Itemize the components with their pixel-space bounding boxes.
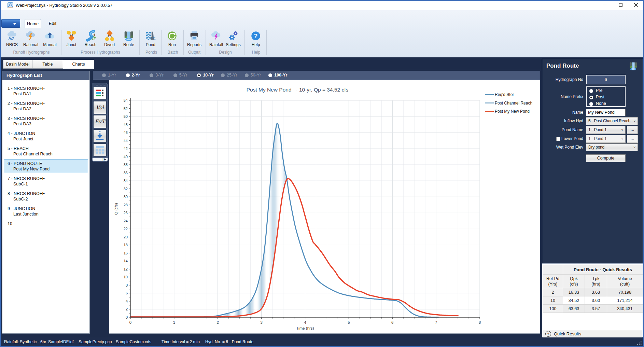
ribbon-button-rainfall[interactable]: Rainfall [207, 30, 226, 51]
hydrograph-list-item-8[interactable]: 8 - NRCS RUNOFFSubC-2 [4, 189, 88, 203]
x-tick-label: 5 [348, 320, 350, 324]
hydrograph-item-title: 5 - REACH [8, 146, 88, 151]
ribbon-button-reports[interactable]: Reports [185, 30, 204, 51]
column-header: Ret Pd(Yrs) [543, 275, 563, 288]
y-tick-label: 32 [124, 187, 128, 191]
hydrograph-list-item-7[interactable]: 7 - NRCS RUNOFFSubC-1 [4, 174, 88, 188]
y-tick-label: 42 [124, 147, 128, 151]
y-tick-label: 40 [124, 155, 128, 159]
hydrograph-list-item-2[interactable]: 2 - NRCS RUNOFFPost DA2 [4, 99, 88, 113]
hydrograph-list-item-9[interactable]: 9 - JUNCTIONLast Junction [4, 204, 88, 218]
quick-results-title-row: Pond Route - Quick Results [543, 265, 643, 275]
resize-grip-icon[interactable] [637, 341, 642, 346]
x-tick-label: 4 [304, 320, 306, 324]
ribbon-tab-edit[interactable]: Edit [44, 19, 61, 28]
ribbon-button-divert[interactable]: Divert [100, 30, 119, 51]
close-button[interactable] [628, 1, 644, 10]
app-menu-button[interactable] [1, 19, 20, 28]
hydrograph-item-title: 6 - POND ROUTE [8, 161, 88, 166]
radio-dot-icon [198, 74, 200, 76]
minimize-icon [603, 3, 607, 7]
ribbon-group-separator [61, 30, 61, 55]
minimize-button[interactable] [598, 1, 613, 10]
toolbar-expander[interactable]: ❙▶ [92, 157, 108, 162]
y-tick-label: 2 [126, 307, 128, 311]
ribbon-button-help[interactable]: ?Help [246, 30, 265, 51]
ribbon-button-label: Divert [100, 42, 119, 47]
hydrograph-list-item-3[interactable]: 3 - NRCS RUNOFFPost DA3 [4, 114, 88, 128]
legend-icon [94, 87, 106, 99]
ribbon-button-label: Rainfall [207, 42, 226, 47]
y-tick-label: 14 [124, 259, 128, 263]
y-tick-label: 10 [124, 275, 128, 279]
ribbon-group-label: Help [229, 50, 283, 55]
hydrograph-list-item-4[interactable]: 4 - JUNCTIONPost Junct [4, 129, 88, 143]
column-header: Volume(cuft) [607, 275, 643, 288]
hydrograph-list-item-1[interactable]: 1 - NRCS RUNOFFPost DA1 [4, 84, 88, 98]
name-input[interactable]: My New Pond [586, 109, 626, 116]
chart-toolbar-legend-button[interactable] [93, 87, 107, 100]
quick-results-footer[interactable]: ˅ Quick Results [543, 330, 642, 337]
lower-pond-more-button[interactable]: ... [627, 135, 638, 143]
qpk-cell: 16.33 [563, 288, 585, 296]
divert-icon [104, 30, 115, 42]
hydrograph-list-item-10[interactable]: 10 - [4, 219, 88, 233]
chart-toolbar-evt-button[interactable]: EvT [93, 115, 107, 128]
quick-results-row-2[interactable]: 216.333.6370,198 [543, 288, 643, 296]
radio-dot-icon [590, 97, 592, 98]
name-prefix-option-label: Pre [596, 87, 602, 94]
quick-results-row-10[interactable]: 1034.523.60171,214 [543, 296, 643, 305]
quick-results-header-row: Ret Pd(Yrs)Qpk(cfs)Tpk(hrs)Volume(cuft) [543, 275, 643, 288]
ribbon-button-rational[interactable]: Rational [21, 30, 40, 51]
hydrograph-list-item-5[interactable]: 5 - REACHPost Channel Reach [4, 144, 88, 158]
ribbon-button-run[interactable]: Run [163, 30, 182, 51]
ribbon-tab-home[interactable]: Home [25, 19, 41, 28]
ribbon-button-nrcs[interactable]: NRCS [2, 30, 22, 51]
ribbon-button-junct[interactable]: Junct [62, 30, 81, 51]
ribbon-button-settings[interactable]: Settings [224, 30, 243, 51]
x-tick-label: 6 [391, 320, 393, 324]
hydrograph-item-title: 10 - [8, 221, 88, 226]
wet-pond-elev-dropdown[interactable]: Dry pond˅ [586, 143, 638, 151]
hydrograph-no-field[interactable]: 6 [586, 75, 626, 84]
chart-toolbar-export-button[interactable] [93, 129, 107, 142]
close-icon [634, 3, 638, 7]
radio-icon [150, 73, 153, 77]
hydrograph-item-title: 7 - NRCS RUNOFF [8, 176, 88, 181]
y-tick-label: 4 [126, 299, 128, 303]
river-icon [85, 30, 96, 42]
lower-pond-checkbox[interactable] [556, 137, 560, 141]
tab-basin-model[interactable]: Basin Model [3, 60, 32, 69]
drag-handle-icon[interactable] [94, 84, 106, 86]
hydrograph-item-name: SubC-2 [8, 196, 88, 202]
chart-toolbar: VolEvT ❙▶ [92, 83, 108, 161]
compute-button[interactable]: Compute [586, 154, 626, 162]
hydrograph-chart[interactable]: 0123456780246810121416182022242628303234… [109, 80, 540, 333]
chevron-down-icon: ˅ [621, 126, 623, 134]
lower-pond-dropdown[interactable]: 1 - Pond 1˅ [586, 135, 626, 143]
quick-results-row-100[interactable]: 10063.633.57340,431 [543, 305, 643, 313]
tpk-cell: 3.57 [585, 305, 607, 313]
volume-cell: 340,431 [607, 305, 643, 313]
inflow-hyd-dropdown[interactable]: 5 - Post Channel Reach˅ [586, 117, 638, 125]
pond-name-dropdown[interactable]: 1 - Pond 1˅ [586, 126, 626, 134]
ribbon-button-reach[interactable]: Reach [81, 30, 100, 51]
y-tick-label: 26 [124, 211, 128, 215]
chart-toolbar-volume-button[interactable]: Vol [93, 101, 107, 114]
tab-charts[interactable]: Charts [63, 60, 94, 69]
ribbon-button-manual[interactable]: Manual [40, 30, 59, 51]
tab-table[interactable]: Table [32, 60, 63, 69]
maximize-button[interactable] [613, 1, 628, 10]
hydrograph-list-item-6[interactable]: 6 - POND ROUTEPost My New Pond [4, 159, 88, 173]
chart-toolbar-table-button[interactable] [93, 143, 107, 156]
radio-icon [173, 73, 177, 77]
y-tick-label: 16 [124, 251, 128, 255]
y-tick-label: 18 [124, 243, 128, 247]
y-tick-label: 8 [126, 283, 128, 287]
waterfall-icon [123, 30, 135, 42]
x-axis-title: Time (hrs) [296, 326, 314, 330]
ribbon-button-route[interactable]: Route [119, 30, 138, 51]
chart-title: Post My New Pond - 10-yr, Qp = 34.52 cfs [247, 87, 349, 93]
pond-name-more-button[interactable]: ... [627, 126, 638, 134]
ribbon-button-pond[interactable]: Pond [141, 30, 160, 51]
